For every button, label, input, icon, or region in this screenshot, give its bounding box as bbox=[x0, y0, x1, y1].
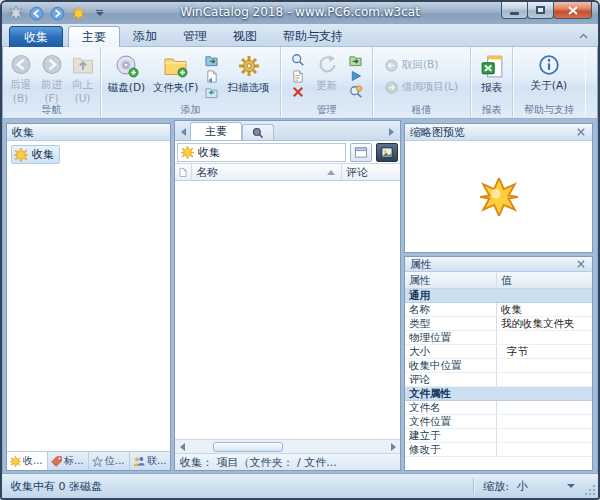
search-clock-icon bbox=[349, 85, 363, 99]
properties-panel-header: 属性 bbox=[405, 257, 592, 272]
property-row[interactable]: 文件名 bbox=[405, 401, 592, 415]
report-button[interactable]: 报表 bbox=[473, 50, 510, 104]
scroll-left-icon bbox=[180, 443, 185, 451]
details-view-button[interactable] bbox=[350, 143, 372, 162]
properties-close-button[interactable] bbox=[574, 258, 587, 271]
scan-options-button[interactable]: 扫描选项 bbox=[221, 50, 277, 104]
maximize-button[interactable] bbox=[527, 2, 554, 19]
list-status-line: 收集： 项目（文件夹： / 文件... bbox=[175, 453, 400, 470]
ribbon-group-help: 关于(A) 帮助与支持 bbox=[513, 47, 585, 118]
play-icon bbox=[350, 70, 362, 82]
close-icon bbox=[568, 6, 578, 15]
checkout-button[interactable]: 借阅项目(L) bbox=[385, 80, 458, 94]
scroll-right-button[interactable] bbox=[386, 440, 400, 453]
forward-button[interactable]: 前进(F) bbox=[36, 50, 67, 104]
preview-toggle-button[interactable] bbox=[376, 143, 398, 162]
tab-prev-arrow-icon bbox=[181, 128, 186, 136]
thumbnail-close-button[interactable] bbox=[574, 126, 587, 139]
tab-add[interactable]: 添加 bbox=[120, 26, 170, 47]
checkin-icon bbox=[385, 59, 398, 72]
column-name[interactable]: 名称 bbox=[192, 164, 342, 180]
scheduled-search-button[interactable] bbox=[348, 84, 364, 100]
breadcrumb-text: 收集 bbox=[198, 145, 220, 160]
close-button[interactable] bbox=[553, 2, 592, 19]
add-folder-button[interactable]: 文件夹(F) bbox=[149, 50, 203, 104]
window-controls bbox=[502, 2, 592, 19]
tab-locations[interactable]: 位... bbox=[89, 452, 130, 470]
center-tab-strip: 主要 bbox=[175, 121, 400, 141]
property-group-row: 通用 bbox=[405, 289, 592, 303]
checkin-button[interactable]: 取回(B) bbox=[385, 58, 458, 72]
horizontal-scrollbar[interactable] bbox=[175, 439, 400, 453]
remove-folder-button[interactable] bbox=[204, 84, 220, 100]
file-add-icon bbox=[206, 70, 218, 83]
tab-scroll-left-button[interactable] bbox=[177, 124, 190, 140]
center-tab-main[interactable]: 主要 bbox=[190, 122, 242, 140]
back-button[interactable]: 后退(B) bbox=[5, 50, 36, 104]
ribbon-collapse-button[interactable] bbox=[576, 30, 590, 42]
tab-collection[interactable]: 收... bbox=[7, 452, 48, 470]
about-info-icon bbox=[538, 54, 560, 76]
zoom-dropdown[interactable]: 小 bbox=[514, 478, 578, 495]
property-row[interactable]: 文件位置 bbox=[405, 415, 592, 429]
search-tab-icon bbox=[252, 127, 264, 139]
title-bar: WinCatalog 2018 - www.PC6.com.w3cat bbox=[2, 2, 598, 24]
tab-main[interactable]: 主要 bbox=[68, 26, 120, 47]
property-row[interactable]: 类型我的收集文件夹 bbox=[405, 317, 592, 331]
search-button[interactable] bbox=[290, 52, 306, 68]
collection-tab-star-icon bbox=[10, 456, 21, 467]
tag-icon bbox=[51, 456, 62, 467]
delete-button[interactable] bbox=[290, 84, 306, 100]
property-row[interactable]: 修改于 bbox=[405, 443, 592, 457]
maximize-icon bbox=[536, 6, 545, 14]
update-button[interactable]: 更新 bbox=[307, 50, 347, 104]
edit-item-button[interactable] bbox=[290, 68, 306, 84]
tree-item-collection[interactable]: 收集 bbox=[11, 145, 60, 164]
add-disk-button[interactable]: 磁盘(D) bbox=[105, 50, 149, 104]
column-type[interactable] bbox=[175, 164, 192, 180]
add-file-button[interactable] bbox=[204, 68, 220, 84]
file-tab-collection[interactable]: 收集 bbox=[9, 26, 63, 47]
scrollbar-thumb[interactable] bbox=[213, 442, 283, 452]
tab-contacts[interactable]: 联... bbox=[130, 452, 170, 470]
tab-tags[interactable]: 标... bbox=[48, 452, 89, 470]
item-list-empty-area[interactable] bbox=[175, 182, 400, 438]
goto-folder-button[interactable] bbox=[348, 52, 364, 68]
tab-scroll-right-button[interactable] bbox=[385, 124, 398, 140]
back-icon bbox=[10, 54, 32, 75]
column-comment[interactable]: 评论 bbox=[342, 164, 400, 180]
properties-panel: 属性 属性 值 通用 名称收集 类型我的收集文件夹 物理位置 大小字节 收集中位… bbox=[404, 256, 593, 471]
thumbnail-star-icon bbox=[480, 178, 518, 216]
breadcrumb-field[interactable]: 收集 bbox=[177, 143, 346, 162]
group-caption-report: 报表 bbox=[471, 103, 512, 117]
resize-grip[interactable] bbox=[585, 485, 596, 496]
folder-sync-icon bbox=[205, 86, 218, 99]
tab-help[interactable]: 帮助与支持 bbox=[270, 26, 356, 47]
property-row[interactable]: 大小字节 bbox=[405, 345, 592, 359]
up-button[interactable]: 向上(U) bbox=[67, 50, 98, 104]
minimize-button[interactable] bbox=[501, 2, 528, 19]
left-panel-tabs: 收... 标... 位... 联... bbox=[7, 451, 170, 470]
zoom-dropdown-caret-icon bbox=[567, 484, 575, 488]
file-type-column-icon bbox=[179, 167, 187, 178]
add-files-button[interactable] bbox=[204, 52, 220, 68]
disk-add-icon bbox=[115, 54, 139, 78]
property-row[interactable]: 收集中位置 bbox=[405, 359, 592, 373]
property-row[interactable]: 物理位置 bbox=[405, 331, 592, 345]
property-row[interactable]: 评论 bbox=[405, 373, 592, 387]
about-button[interactable]: 关于(A) bbox=[524, 50, 574, 104]
manage-small-buttons-2 bbox=[347, 50, 365, 102]
forward-icon bbox=[41, 54, 63, 75]
run-button[interactable] bbox=[348, 68, 364, 84]
zoom-label: 缩放: bbox=[483, 479, 509, 494]
tab-manage[interactable]: 管理 bbox=[170, 26, 220, 47]
close-panel-icon bbox=[577, 260, 585, 268]
tab-view[interactable]: 视图 bbox=[220, 26, 270, 47]
scroll-left-button[interactable] bbox=[175, 440, 189, 453]
scan-options-gear-icon bbox=[237, 54, 261, 78]
window-view-icon bbox=[354, 146, 368, 159]
zoom-value: 小 bbox=[517, 479, 528, 494]
property-row[interactable]: 名称收集 bbox=[405, 303, 592, 317]
center-tab-search[interactable] bbox=[242, 124, 274, 140]
property-row[interactable]: 建立于 bbox=[405, 429, 592, 443]
